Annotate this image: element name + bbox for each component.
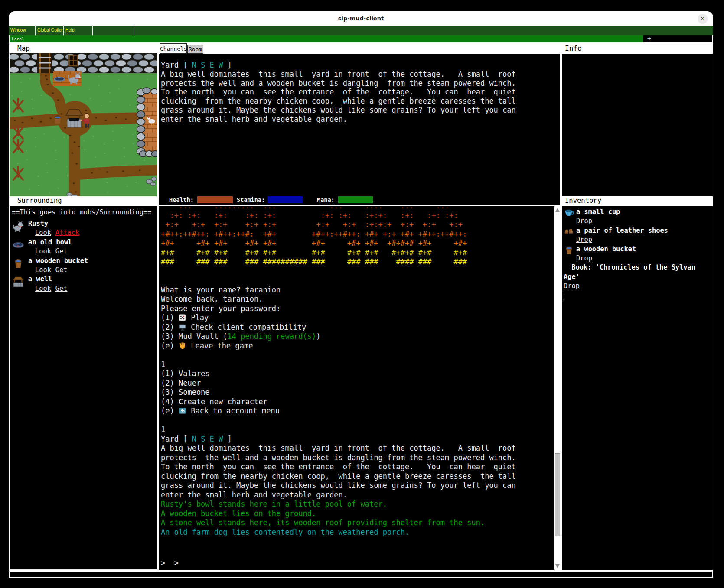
drop-link[interactable]: Drop <box>576 254 592 262</box>
terminal-line: clucking from the nearby chicken coop, w… <box>161 97 560 106</box>
terminal-line: enter the small herb and vegetable garde… <box>161 491 553 500</box>
inventory-item-name: a small cup <box>576 208 713 217</box>
surrounding-panel: ==This goes into mobs/Surrounding== Rust… <box>10 206 157 570</box>
bucket-icon <box>12 257 25 270</box>
mob-actions: LookGet <box>28 247 157 256</box>
look-link[interactable]: Look <box>35 285 51 292</box>
terminal-line: ### ### ### ### ########## ### ### ### #… <box>161 257 553 267</box>
look-link[interactable]: Look <box>35 266 51 274</box>
monitor-icon <box>179 323 186 331</box>
mob-name: a wooden bucket <box>28 257 157 266</box>
tab-room[interactable]: Room <box>187 45 203 54</box>
surrounding-note: ==This goes into mobs/Surrounding== <box>12 208 157 217</box>
scroll-up-arrow[interactable] <box>555 208 560 212</box>
inventory-item-name: a pair of leather shoes <box>576 226 713 235</box>
inventory-item-name: Book: 'Chronicles of the Sylvan Age' <box>564 263 713 282</box>
terminal-line <box>161 351 553 360</box>
terminal-line: Yard [ N S E W ] <box>161 435 553 444</box>
terminal-line <box>161 267 553 276</box>
menu-item-window[interactable]: Window <box>9 26 36 35</box>
room-description-text: Yard [ N S E W ]A big well dominates thi… <box>159 54 560 124</box>
terminal-line: A big well dominates this small yard in … <box>161 70 560 79</box>
terminal-line: What is your name? taranion <box>161 286 553 295</box>
stamina-label: Stamina: <box>237 196 265 203</box>
terminal-line: Welcome back, taranion. <box>161 295 553 304</box>
tab-channels[interactable]: Channels <box>160 43 187 54</box>
terminal-line: To the north you can see the entrance of… <box>161 88 560 97</box>
surrounding-panel-title: Surrounding <box>17 197 62 205</box>
look-link[interactable]: Look <box>35 229 51 237</box>
mob-item: a wooden bucketLookGet <box>12 257 157 275</box>
scroll-down-arrow[interactable] <box>555 564 560 568</box>
mob-actions: LookGet <box>28 284 157 293</box>
status-bar: Health: Stamina: Mana: <box>159 195 560 205</box>
main-terminal[interactable]: ::: ::::::::: ::: ::: :::: ::: ::: :+: :… <box>159 206 561 570</box>
terminal-line: (3) Mud Vault (14 pending reward(s)) <box>161 332 553 341</box>
terminal-line: (3) Someone <box>161 388 553 397</box>
bowl-icon: R <box>12 239 25 251</box>
health-bar <box>197 196 233 203</box>
cup-icon <box>564 208 574 218</box>
inventory-list: a small cupDropa pair of leather shoesDr… <box>562 206 713 300</box>
surrounding-list: ==This goes into mobs/Surrounding== Rust… <box>10 206 157 293</box>
drop-link[interactable]: Drop <box>576 236 592 244</box>
mob-name: Rusty <box>28 219 157 228</box>
drop-link[interactable]: Drop <box>564 282 580 290</box>
back-icon: BACK <box>179 407 186 415</box>
drop-link[interactable]: Drop <box>576 217 592 225</box>
map-panel <box>10 53 157 196</box>
look-link[interactable]: Look <box>35 247 51 255</box>
terminal-line: A stone well stands here, its wooden roo… <box>161 518 553 528</box>
mob-item: Ran old bowlLookGet <box>12 238 157 257</box>
terminal-line: grass around it. Maybe the chickens woul… <box>161 481 553 491</box>
menu-item-help[interactable]: Help <box>64 26 93 35</box>
session-tab-bar: Local + <box>10 35 712 42</box>
attack-link[interactable]: Attack <box>55 229 79 237</box>
well-icon <box>12 276 25 288</box>
menu-spacer <box>93 26 134 35</box>
inventory-item-name: a wooden bucket <box>576 245 713 254</box>
tab-local[interactable]: Local <box>10 35 643 42</box>
info-panel-title: Info <box>565 44 582 52</box>
mob-actions: LookGet <box>28 266 157 275</box>
terminal-line: (e) BACK Back to account menu <box>161 406 553 416</box>
terminal-line: 1 <box>161 425 553 435</box>
terminal-line: Please enter your password: <box>161 304 553 314</box>
mob-item: RustyLookAttack <box>12 219 157 238</box>
mob-actions: LookAttack <box>28 228 157 237</box>
command-input[interactable] <box>10 571 712 577</box>
terminal-line: +#++:++#++: +#++:++#: +#+ +#++:++#++: +#… <box>161 230 553 239</box>
terminal-line: (1) Valares <box>161 369 553 379</box>
get-link[interactable]: Get <box>55 266 68 274</box>
terminal-line: (1) Play <box>161 313 553 323</box>
menu-item-global-options[interactable]: Global Options <box>36 26 64 35</box>
app-window: sip-mud-client ✕ WindowGlobal OptionsHel… <box>9 11 713 578</box>
mana-bar <box>338 196 373 203</box>
terminal-line: (4) Create new character <box>161 397 553 407</box>
terminal-line: (2) Neuer <box>161 379 553 388</box>
terminal-line: A big well dominates this small yard in … <box>161 444 553 453</box>
scrollbar-thumb[interactable] <box>555 453 560 536</box>
command-prompt: > > <box>161 559 179 567</box>
add-tab-button[interactable]: + <box>643 35 652 42</box>
inventory-item: a small cupDrop <box>564 208 713 226</box>
health-label: Health: <box>169 196 194 203</box>
window-title: sip-mud-client <box>9 11 713 22</box>
terminal-line: To the north you can see the entrance of… <box>161 462 553 472</box>
terminal-line: 1 <box>161 360 553 370</box>
room-description-panel: Yard [ N S E W ]A big well dominates thi… <box>159 54 560 196</box>
terminal-line: Rusty's bowl stands here in a little poo… <box>161 500 553 509</box>
map-canvas <box>10 53 157 196</box>
get-link[interactable]: Get <box>55 285 68 292</box>
terminal-line: (2) Check client compatibility <box>161 323 553 332</box>
menu-bar: WindowGlobal OptionsHelp <box>9 26 713 35</box>
svg-text:BACK: BACK <box>181 412 185 414</box>
get-link[interactable]: Get <box>55 247 68 255</box>
hand-icon <box>179 342 186 350</box>
inventory-item: a wooden bucketDrop <box>564 245 713 263</box>
title-bar: sip-mud-client ✕ <box>9 11 713 26</box>
stamina-bar <box>268 196 303 203</box>
terminal-scrollbar[interactable] <box>554 206 561 570</box>
close-button[interactable]: ✕ <box>698 14 708 24</box>
terminal-line: Yard [ N S E W ] <box>161 61 560 70</box>
